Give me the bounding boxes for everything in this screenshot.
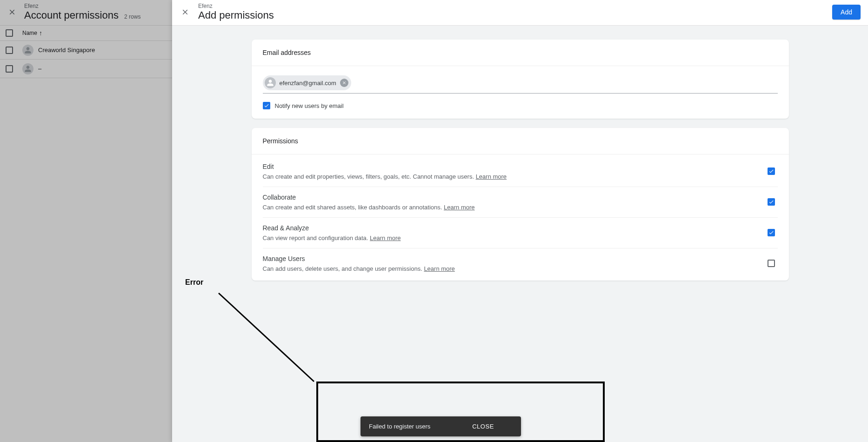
email-addresses-card: Email addresses efenzfan@gmail.com	[252, 40, 789, 119]
chip-label: efenzfan@gmail.com	[280, 80, 336, 87]
remove-chip-icon[interactable]	[340, 79, 348, 87]
permission-desc: Can create and edit properties, views, f…	[263, 173, 507, 180]
learn-more-link[interactable]: Learn more	[370, 234, 401, 241]
permission-checkbox-collaborate[interactable]	[768, 198, 775, 206]
bg-title: Account permissions 2 rows	[24, 9, 140, 21]
permission-row-manage-users: Manage Users Can add users, delete users…	[263, 248, 778, 279]
notify-label: Notify new users by email	[275, 102, 344, 109]
avatar	[22, 45, 33, 56]
svg-line-0	[219, 293, 314, 382]
close-icon[interactable]	[7, 7, 18, 18]
email-chip: efenzfan@gmail.com	[263, 75, 351, 90]
learn-more-link[interactable]: Learn more	[444, 204, 474, 211]
select-all-checkbox[interactable]	[6, 29, 13, 37]
toast-close-button[interactable]: CLOSE	[472, 423, 494, 430]
bg-rows-count: 2 rows	[124, 13, 140, 20]
panel-title: Add permissions	[198, 9, 832, 21]
notify-checkbox[interactable]	[263, 102, 270, 109]
row-checkbox[interactable]	[6, 47, 13, 54]
permission-row-edit: Edit Can create and edit properties, vie…	[263, 156, 778, 187]
permission-row-collaborate: Collaborate Can create and edit shared a…	[263, 187, 778, 218]
permission-checkbox-manage-users[interactable]	[768, 260, 775, 267]
learn-more-link[interactable]: Learn more	[476, 173, 507, 180]
row-name: –	[38, 65, 41, 72]
error-toast: Failed to register users CLOSE	[361, 416, 521, 436]
annotation-label: Error	[185, 278, 203, 287]
permission-title: Read & Analyze	[263, 224, 401, 232]
toast-message: Failed to register users	[369, 423, 430, 430]
annotation-arrow-line	[216, 291, 316, 384]
permission-title: Collaborate	[263, 194, 475, 201]
avatar	[22, 63, 33, 74]
bg-supertitle: Efenz	[24, 3, 140, 9]
close-icon[interactable]	[180, 7, 191, 18]
section-title-permissions: Permissions	[252, 128, 789, 154]
permission-desc: Can view report and configuration data. …	[263, 234, 401, 241]
panel-header: Efenz Add permissions Add	[172, 0, 868, 26]
permission-desc: Can add users, delete users, and change …	[263, 265, 455, 272]
panel-supertitle: Efenz	[198, 3, 832, 9]
section-title-email: Email addresses	[252, 40, 789, 66]
permission-checkbox-read-analyze[interactable]	[768, 229, 775, 236]
permission-row-read-analyze: Read & Analyze Can view report and confi…	[263, 218, 778, 248]
permission-title: Manage Users	[263, 255, 455, 262]
add-button[interactable]: Add	[832, 5, 861, 20]
permissions-card: Permissions Edit Can create and edit pro…	[252, 128, 789, 281]
permission-checkbox-edit[interactable]	[768, 167, 775, 175]
learn-more-link[interactable]: Learn more	[424, 265, 454, 272]
notify-row: Notify new users by email	[263, 102, 778, 109]
row-checkbox[interactable]	[6, 65, 13, 73]
email-input[interactable]: efenzfan@gmail.com	[263, 75, 778, 94]
avatar-icon	[265, 77, 276, 88]
column-header-name[interactable]: Name	[22, 30, 37, 36]
permission-desc: Can create and edit shared assets, like …	[263, 204, 475, 211]
permission-title: Edit	[263, 163, 507, 170]
sort-ascending-icon: ↑	[39, 29, 42, 37]
row-name: Creaworld Singapore	[38, 47, 95, 54]
